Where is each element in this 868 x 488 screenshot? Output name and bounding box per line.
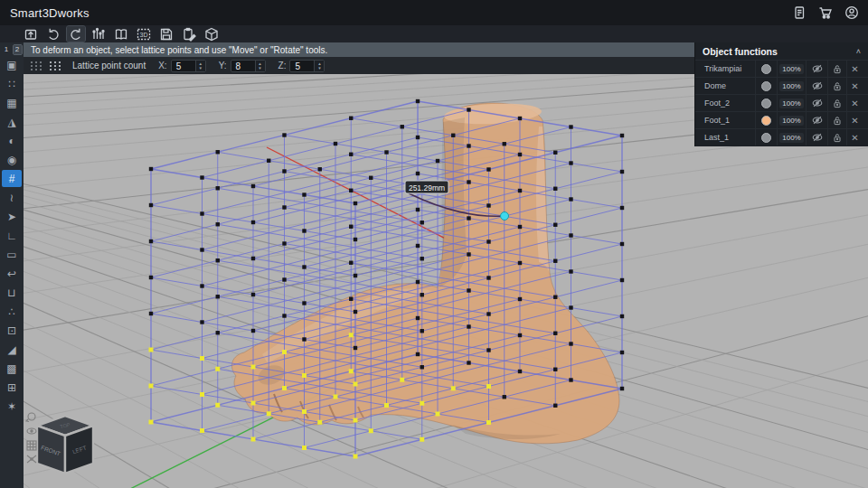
lattice-point[interactable] bbox=[569, 305, 572, 309]
object-row-Last_1[interactable]: Last_1100%✕ bbox=[695, 128, 868, 145]
lattice-point[interactable] bbox=[620, 387, 624, 390]
lattice-point-selected[interactable] bbox=[420, 401, 424, 406]
lattice-point[interactable] bbox=[553, 368, 557, 371]
lattice-point[interactable] bbox=[436, 159, 439, 163]
object-row-Trikampiai[interactable]: Trikampiai100%✕ bbox=[695, 60, 868, 77]
delete-icon[interactable]: ✕ bbox=[846, 129, 863, 145]
lattice-point[interactable] bbox=[553, 404, 557, 408]
lattice-point[interactable] bbox=[200, 320, 203, 324]
lattice-point[interactable] bbox=[416, 136, 420, 139]
lattice-point[interactable] bbox=[486, 203, 490, 207]
delete-icon[interactable]: ✕ bbox=[846, 61, 863, 77]
lattice-point[interactable] bbox=[569, 233, 572, 237]
sidebar-tool-mesh[interactable]: ▩ bbox=[2, 360, 22, 377]
lattice-point-selected[interactable] bbox=[349, 333, 354, 337]
lattice-point[interactable] bbox=[334, 142, 337, 145]
lattice-point-selected[interactable] bbox=[420, 437, 424, 442]
lattice-point[interactable] bbox=[149, 312, 153, 315]
lock-icon[interactable] bbox=[827, 95, 846, 111]
lattice-point[interactable] bbox=[282, 169, 286, 173]
lattice-point-selected[interactable] bbox=[215, 403, 220, 408]
library-button[interactable] bbox=[112, 26, 130, 42]
lattice-point[interactable] bbox=[354, 238, 357, 241]
lattice-point[interactable] bbox=[503, 395, 506, 399]
lattice-point[interactable] bbox=[251, 293, 255, 296]
lattice-point[interactable] bbox=[200, 248, 203, 251]
axis-value-input[interactable]: 8 bbox=[231, 61, 255, 71]
lattice-point[interactable] bbox=[416, 99, 420, 103]
lattice-point[interactable] bbox=[416, 244, 420, 248]
lattice-point[interactable] bbox=[416, 316, 420, 320]
lattice-grid-icon[interactable] bbox=[31, 61, 42, 70]
sidebar-tool-marquee[interactable]: ▭ bbox=[2, 246, 22, 263]
lattice-point[interactable] bbox=[149, 203, 153, 207]
lattice-point[interactable] bbox=[216, 331, 220, 334]
lattice-point[interactable] bbox=[216, 150, 220, 154]
lattice-point-selected[interactable] bbox=[282, 386, 287, 390]
cart-icon[interactable] bbox=[816, 4, 835, 22]
lattice-point[interactable] bbox=[486, 348, 490, 352]
lattice-point[interactable] bbox=[503, 142, 506, 145]
lattice-point[interactable] bbox=[451, 134, 455, 137]
sidebar-tool-pin-star[interactable]: ✶ bbox=[2, 398, 22, 415]
lattice-point[interactable] bbox=[569, 197, 572, 201]
lattice-point[interactable] bbox=[282, 133, 286, 136]
lattice-grid-axes-icon[interactable] bbox=[50, 61, 61, 70]
lattice-point-selected[interactable] bbox=[302, 373, 307, 378]
lattice-point-selected[interactable] bbox=[282, 350, 287, 354]
edit-notes-button[interactable] bbox=[180, 26, 198, 42]
sidebar-tool-node-link[interactable]: ⊡ bbox=[2, 322, 22, 339]
lattice-point[interactable] bbox=[267, 159, 270, 163]
lattice-point[interactable] bbox=[200, 284, 203, 287]
lattice-point[interactable] bbox=[518, 153, 522, 156]
lattice-point[interactable] bbox=[401, 125, 404, 128]
lattice-point[interactable] bbox=[420, 293, 424, 296]
lattice-point[interactable] bbox=[282, 277, 286, 281]
lattice-point[interactable] bbox=[467, 108, 470, 111]
lock-icon[interactable] bbox=[827, 78, 846, 94]
color-swatch[interactable] bbox=[761, 116, 771, 126]
lattice-point[interactable] bbox=[569, 161, 572, 164]
sidebar-tool-lattice-deform[interactable]: # bbox=[2, 170, 22, 187]
opacity-value[interactable]: 100% bbox=[779, 81, 803, 91]
lattice-point[interactable] bbox=[518, 117, 522, 120]
lattice-point[interactable] bbox=[486, 312, 490, 315]
lattice-point[interactable] bbox=[569, 342, 572, 345]
lattice-point-selected[interactable] bbox=[334, 395, 338, 399]
lattice-point-selected[interactable] bbox=[302, 446, 307, 450]
lattice-point-selected[interactable] bbox=[200, 356, 204, 361]
lattice-point[interactable] bbox=[553, 223, 557, 227]
lock-icon[interactable] bbox=[827, 112, 846, 128]
lattice-point[interactable] bbox=[251, 329, 255, 333]
opacity-value[interactable]: 100% bbox=[779, 133, 803, 143]
lattice-point[interactable] bbox=[620, 134, 624, 137]
lattice-point[interactable] bbox=[518, 189, 522, 192]
lattice-point-selected[interactable] bbox=[200, 428, 204, 433]
lattice-point[interactable] bbox=[349, 189, 353, 192]
lattice-point[interactable] bbox=[349, 153, 353, 156]
sidebar-tool-sphere-merge[interactable]: ◉ bbox=[2, 151, 22, 168]
lattice-point-selected[interactable] bbox=[149, 420, 154, 425]
axis-value-input[interactable]: 5 bbox=[290, 61, 314, 71]
sidebar-tool-corner-angle[interactable]: ∟ bbox=[2, 227, 22, 244]
lattice-point-selected[interactable] bbox=[251, 365, 256, 370]
stepper-buttons[interactable]: ▲▼ bbox=[255, 61, 265, 71]
sidebar-tool-select-arrow[interactable]: ➤ bbox=[2, 208, 22, 225]
undo-button[interactable] bbox=[44, 26, 62, 42]
lattice-point[interactable] bbox=[251, 184, 255, 188]
lattice-point-selected[interactable] bbox=[149, 384, 154, 389]
lattice-point[interactable] bbox=[416, 280, 420, 284]
lattice-point[interactable] bbox=[416, 352, 420, 356]
save-button[interactable] bbox=[157, 26, 175, 42]
lattice-point-selected[interactable] bbox=[486, 420, 491, 425]
lattice-point[interactable] bbox=[302, 301, 306, 305]
lattice-point-selected[interactable] bbox=[369, 428, 373, 433]
lattice-point[interactable] bbox=[420, 329, 424, 333]
lattice-point[interactable] bbox=[467, 144, 470, 147]
lattice-point[interactable] bbox=[553, 187, 557, 191]
lattice-point-selected[interactable] bbox=[486, 384, 491, 389]
lattice-point[interactable] bbox=[467, 180, 470, 183]
lattice-point[interactable] bbox=[569, 378, 572, 381]
lattice-point-selected[interactable] bbox=[251, 401, 256, 406]
lattice-point-selected[interactable] bbox=[317, 420, 322, 425]
